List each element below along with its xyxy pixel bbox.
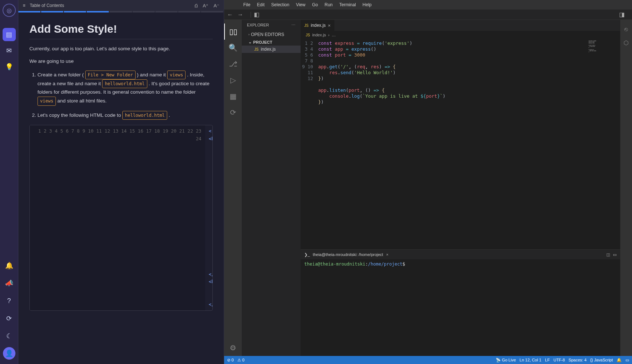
terminal-panel: ❯_ theia@theia-mroudnitski: /home/projec… [301, 249, 620, 356]
terminal-user: theia@theia-mroudnitski [304, 262, 365, 267]
ide-right-rail: ⎋ ⬡ [620, 20, 632, 356]
ide-pane: File Edit Selection View Go Run Terminal… [224, 0, 632, 364]
editor-breadcrumb[interactable]: JS index.js › … [301, 31, 620, 39]
status-warnings[interactable]: ⚠ 0 [237, 358, 244, 363]
terminal-maximize-icon[interactable]: ▭ [613, 252, 617, 257]
notifications-icon[interactable]: 🔔 [3, 259, 16, 272]
editor-gutter: 1 2 3 4 5 6 7 8 9 10 11 12 [301, 39, 318, 249]
hints-tab-button[interactable]: 💡 [3, 60, 16, 73]
editor-code[interactable]: const express = require('express') const… [318, 39, 445, 249]
toc-menu-icon[interactable]: ≡ [23, 3, 25, 8]
terminal-tab-icon: ❯_ [304, 252, 310, 257]
kbd-file-new-folder: File > New Folder [85, 71, 136, 79]
terminal-tab-title[interactable]: theia@theia-mroudnitski: /home/project [313, 252, 383, 257]
explorer-icon[interactable]: ▯▯ [224, 24, 242, 40]
lesson-topbar: ≡ Table of Contents ⎙ A⁺ A⁻ [18, 0, 224, 11]
toggle-panel-icon[interactable]: ◨ [619, 11, 625, 18]
kbd-helloworld-html-2: helloworld.html [122, 111, 167, 120]
font-increase-icon[interactable]: A⁺ [203, 3, 209, 8]
open-editors-section[interactable]: › OPEN EDITORS [242, 30, 301, 39]
nav-forward-icon[interactable]: → [237, 11, 243, 18]
theme-toggle-icon[interactable]: ☾ [3, 329, 16, 343]
menu-terminal[interactable]: Terminal [339, 2, 356, 7]
status-indent[interactable]: Spaces: 4 [568, 358, 586, 362]
status-eol[interactable]: LF [545, 358, 550, 362]
settings-gear-icon[interactable]: ⚙ [224, 340, 242, 356]
menu-help[interactable]: Help [363, 2, 372, 7]
terminal-split-icon[interactable]: ◫ [606, 252, 610, 257]
lesson-intro-2: We are going to use [29, 58, 213, 65]
explorer-title: EXPLORER [247, 23, 269, 28]
menu-edit[interactable]: Edit [257, 2, 265, 7]
nav-back-icon[interactable]: ← [227, 11, 233, 18]
lesson-code-gutter: 1 2 3 4 5 6 7 8 9 10 11 12 13 14 15 16 1… [30, 125, 205, 310]
status-line-col[interactable]: Ln 12, Col 1 [520, 358, 541, 362]
code-editor[interactable]: 1 2 3 4 5 6 7 8 9 10 11 12 const express… [301, 39, 620, 249]
extensions-icon[interactable]: ▦ [224, 88, 242, 104]
menu-file[interactable]: File [243, 2, 250, 7]
chat-tab-button[interactable]: ✉ [3, 44, 16, 57]
toc-title[interactable]: Table of Contents [30, 3, 190, 8]
menu-view[interactable]: View [296, 2, 305, 7]
lesson-step-1: Create a new folder ( File > New Folder … [37, 71, 213, 106]
source-control-icon[interactable]: ⎇ [224, 56, 242, 72]
js-file-icon: JS [306, 33, 310, 37]
menu-go[interactable]: Go [312, 2, 318, 7]
js-file-icon: JS [254, 47, 259, 51]
status-bell-icon[interactable]: 🔔 [617, 358, 622, 363]
lesson-code-block: 1 2 3 4 5 6 7 8 9 10 11 12 13 14 15 16 1… [29, 125, 213, 311]
ide-main: ▯▯ 🔍 ⎇ ▷ ▦ ⟳ ⚙ EXPLORER ⋯ › OPEN EDITORS… [224, 20, 632, 356]
status-bar: ⊘ 0 ⚠ 0 📡 Go Live Ln 12, Col 1 LF UTF-8 … [224, 356, 632, 364]
editor-tab-index-js[interactable]: JS index.js × [301, 20, 335, 31]
toggle-sidebar-icon[interactable]: ◧ [254, 11, 259, 18]
refresh-icon[interactable]: ⟳ [3, 312, 16, 325]
editor-column: JS index.js × JS index.js › … 1 2 3 4 5 … [301, 20, 620, 356]
menu-selection[interactable]: Selection [271, 2, 289, 7]
js-file-icon: JS [304, 24, 309, 28]
chevron-right-icon: › [248, 33, 249, 36]
run-debug-icon[interactable]: ▷ [224, 72, 242, 88]
sync-icon[interactable]: ⟳ [224, 104, 242, 120]
editor-tabbar: JS index.js × [301, 20, 620, 31]
lesson-tab-button[interactable]: ▤ [3, 28, 16, 41]
status-layout-icon[interactable]: ▭ [625, 358, 629, 363]
search-icon[interactable]: 🔍 [224, 40, 242, 56]
font-decrease-icon[interactable]: A⁻ [213, 3, 219, 8]
brand-logo-glyph: ◎ [7, 7, 12, 14]
chevron-down-icon: ⌄ [248, 40, 252, 44]
status-errors[interactable]: ⊘ 0 [227, 358, 234, 363]
outline-icon[interactable]: ⎋ [620, 23, 632, 36]
explorer-more-icon[interactable]: ⋯ [291, 23, 295, 28]
debug-console-icon[interactable]: ⬡ [620, 36, 632, 49]
lesson-code-content: <!DOCTYPE html> <head> <title>HTML and C… [205, 125, 212, 310]
status-language[interactable]: {} JavaScript [590, 358, 613, 362]
terminal-close-icon[interactable]: × [386, 252, 388, 257]
menu-run[interactable]: Run [324, 2, 333, 7]
close-tab-icon[interactable]: × [328, 23, 331, 28]
status-golive[interactable]: 📡 Go Live [496, 358, 516, 363]
file-index-js[interactable]: JS index.js [242, 46, 301, 53]
ide-menubar: File Edit Selection View Go Run Terminal… [224, 0, 632, 10]
user-avatar[interactable]: 👤 [3, 347, 15, 360]
terminal[interactable]: theia@theia-mroudnitski:/home/project$ [301, 259, 620, 356]
explorer-sidebar: EXPLORER ⋯ › OPEN EDITORS ⌄ PROJECT JS i… [242, 20, 301, 356]
lesson-step-2: Let's copy the following HTML code to he… [37, 111, 213, 120]
kbd-helloworld-html: helloworld.html [102, 79, 147, 88]
print-icon[interactable]: ⎙ [195, 3, 198, 8]
lesson-pane: ≡ Table of Contents ⎙ A⁺ A⁻ Add Some Sty… [18, 0, 224, 364]
kbd-views-2: views [37, 97, 56, 105]
explorer-header: EXPLORER ⋯ [242, 20, 301, 30]
activity-bar: ▯▯ 🔍 ⎇ ▷ ▦ ⟳ ⚙ [224, 20, 242, 356]
ide-toolbar: ← → ◧ ◨ [224, 10, 632, 20]
lesson-heading: Add Some Style! [29, 23, 213, 39]
editor-minimap[interactable]: ███ ████ █ █████████ ██ █ ███████ ███ █ … [587, 39, 620, 249]
app-left-rail: ◎ ▤ ✉ 💡 🔔 📣 ? ⟳ ☾ 👤 [0, 0, 18, 364]
lesson-body: Add Some Style! Currently, our app is to… [18, 12, 224, 364]
announce-icon[interactable]: 📣 [3, 277, 16, 290]
project-section[interactable]: ⌄ PROJECT [242, 39, 301, 46]
lesson-intro-1: Currently, our app is too plain. Let's a… [29, 45, 213, 53]
status-encoding[interactable]: UTF-8 [553, 358, 565, 362]
terminal-tabbar: ❯_ theia@theia-mroudnitski: /home/projec… [301, 250, 620, 259]
help-icon[interactable]: ? [3, 294, 16, 307]
brand-logo: ◎ [3, 4, 16, 17]
